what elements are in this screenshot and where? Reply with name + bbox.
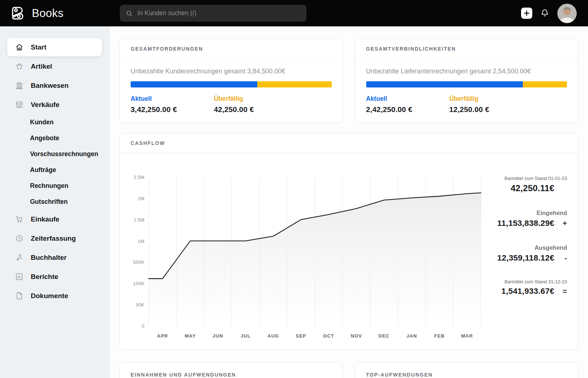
svg-text:SEP: SEP <box>296 333 306 339</box>
svg-text:1M: 1M <box>138 239 144 244</box>
header-actions <box>521 4 588 23</box>
stat-value: 1,541,933.67€ <box>502 287 555 296</box>
sidebar-item-label: Buchhalter <box>31 254 67 262</box>
stat-value: 11,153,838.29€ <box>497 219 554 228</box>
sidebar-item-dokumente[interactable]: Dokumente <box>7 287 102 305</box>
sidebar-item-label: Bankwesen <box>31 82 69 90</box>
search-input[interactable] <box>137 9 301 17</box>
cashflow-chart-area: 050K100K500K1M1.5M2M2.5MAPRMAYJUNJULAUGS… <box>131 153 483 348</box>
current-label: Aktuell <box>366 95 449 103</box>
add-button[interactable] <box>521 8 532 19</box>
stat-sign: + <box>554 219 567 228</box>
payables-title: GESAMTVERBINDLICHKEITEN <box>355 39 578 58</box>
sidebar-item-label: Dokumente <box>31 292 68 300</box>
cashflow-stat: Eingehend11,153,838.29€+ <box>483 210 567 228</box>
svg-text:FEB: FEB <box>434 333 445 339</box>
bank-icon <box>15 81 24 90</box>
overdue-bar-segment <box>523 81 567 87</box>
stat-sign: = <box>554 287 567 296</box>
cashflow-title: CASHFLOW <box>120 133 578 153</box>
cashflow-stat: Ausgehend12,359,118.12€- <box>483 244 567 263</box>
svg-text:OCT: OCT <box>323 333 334 339</box>
sidebar-item-zeiterfassung[interactable]: Zeiterfassung <box>7 229 102 248</box>
overdue-label: Überfällig <box>449 95 533 103</box>
overdue-value: 42,250.00 € <box>214 105 297 114</box>
document-icon <box>15 291 24 300</box>
cashflow-stat: Barmittel zum Stand 01-01-2342,250.11€ <box>483 176 567 193</box>
cashflow-stat: Barmittel zum Stand 31-12-231,541,933.67… <box>483 279 567 296</box>
stat-value: 42,250.11€ <box>511 183 554 193</box>
avatar-image <box>557 4 577 23</box>
current-label: Aktuell <box>131 95 214 103</box>
search-bar[interactable] <box>120 5 306 22</box>
svg-text:1.5M: 1.5M <box>134 217 144 223</box>
sidebar-item-verkaeufe[interactable]: Verkäufe <box>7 95 102 114</box>
svg-text:50K: 50K <box>136 302 144 308</box>
current-value: 2,42,250.00 € <box>366 105 449 114</box>
receivables-subtitle: Unbezahlte Kundenrechnungen gesamt 3,84,… <box>131 68 332 75</box>
sidebar-item-bankwesen[interactable]: Bankwesen <box>7 76 102 95</box>
sidebar: StartArtikelBankwesenVerkäufeKundenAngeb… <box>0 26 110 378</box>
sidebar-item-auftraege[interactable]: Aufträge <box>7 162 102 177</box>
svg-text:APR: APR <box>157 333 168 339</box>
person-icon <box>15 253 24 262</box>
sidebar-item-rechnungen[interactable]: Rechnungen <box>7 178 102 193</box>
current-bar-segment <box>131 81 257 87</box>
home-icon <box>15 43 24 52</box>
summary-row: GESAMTFORDERUNGEN Unbezahlte Kundenrechn… <box>119 39 578 123</box>
top-expenses-title: TOP-AUFWENDUNGEN <box>355 362 578 378</box>
clock-icon <box>15 234 24 243</box>
sidebar-item-artikel[interactable]: Artikel <box>7 57 102 76</box>
sidebar-item-label: Verkäufe <box>31 101 59 109</box>
cashflow-stats: Barmittel zum Stand 01-01-2342,250.11€Ei… <box>483 153 567 348</box>
current-value: 3,42,250.00 € <box>131 105 214 114</box>
sidebar-item-einkaufe[interactable]: Einkaufe <box>7 210 102 228</box>
svg-text:JUL: JUL <box>241 333 251 339</box>
overdue-label: Überfällig <box>214 95 297 103</box>
report-icon <box>15 272 24 281</box>
brand: Books <box>0 5 100 21</box>
sidebar-item-label: Rechnungen <box>30 182 68 190</box>
notifications-button[interactable] <box>540 8 550 18</box>
income-expense-title: EINNAHMEN UND AUFWENDUNGEN <box>120 362 343 378</box>
cashflow-chart: 050K100K500K1M1.5M2M2.5MAPRMAYJUNJULAUGS… <box>131 153 483 348</box>
receivables-progress-bar <box>131 81 332 87</box>
top-expenses-card: TOP-AUFWENDUNGEN <box>355 362 579 378</box>
bell-icon <box>540 8 550 18</box>
payables-subtitle: Unbezahlte Lieferantenrechnungen gesamt … <box>366 68 567 75</box>
payables-progress-bar <box>366 81 567 87</box>
cashflow-card: CASHFLOW 050K100K500K1M1.5M2M2.5MAPRMAYJ… <box>119 133 578 350</box>
sidebar-item-berichte[interactable]: Berichte <box>7 267 102 286</box>
svg-text:JAN: JAN <box>406 333 417 339</box>
sidebar-item-start[interactable]: Start <box>7 38 102 56</box>
svg-text:NOV: NOV <box>351 333 362 339</box>
avatar[interactable] <box>557 4 577 23</box>
overdue-bar-segment <box>257 81 332 87</box>
current-bar-segment <box>366 81 523 87</box>
sidebar-item-label: Vorschussrechnungen <box>30 150 98 158</box>
receivables-title: GESAMTFORDERUNGEN <box>120 39 343 58</box>
svg-text:500K: 500K <box>133 259 144 265</box>
svg-text:MAY: MAY <box>185 333 196 339</box>
stat-label: Barmittel zum Stand 31-12-23 <box>504 279 567 284</box>
svg-text:2M: 2M <box>138 196 144 201</box>
sidebar-item-angebote[interactable]: Angebote <box>7 130 102 146</box>
svg-text:AUG: AUG <box>267 333 279 339</box>
sidebar-item-buchhalter[interactable]: Buchhalter <box>7 248 102 267</box>
payables-card: GESAMTVERBINDLICHKEITEN Unbezahlte Liefe… <box>355 39 579 123</box>
sidebar-item-kunden[interactable]: Kunden <box>7 115 102 130</box>
sidebar-item-label: Artikel <box>31 63 52 70</box>
plus-icon <box>524 10 530 16</box>
svg-text:JUN: JUN <box>213 333 223 339</box>
svg-text:0: 0 <box>141 323 144 329</box>
svg-text:100K: 100K <box>133 281 144 286</box>
stat-value: 12,359,118.12€ <box>497 253 554 263</box>
sidebar-item-label: Gutschriften <box>30 198 68 206</box>
search-icon <box>126 10 133 17</box>
sidebar-item-gutschriften[interactable]: Gutschriften <box>7 194 102 209</box>
sidebar-item-vorschussrechnungen[interactable]: Vorschussrechnungen <box>7 146 102 162</box>
cart-icon <box>15 215 24 224</box>
top-header: Books <box>0 0 588 26</box>
app-body: StartArtikelBankwesenVerkäufeKundenAngeb… <box>0 26 588 378</box>
sidebar-item-label: Start <box>31 43 46 51</box>
